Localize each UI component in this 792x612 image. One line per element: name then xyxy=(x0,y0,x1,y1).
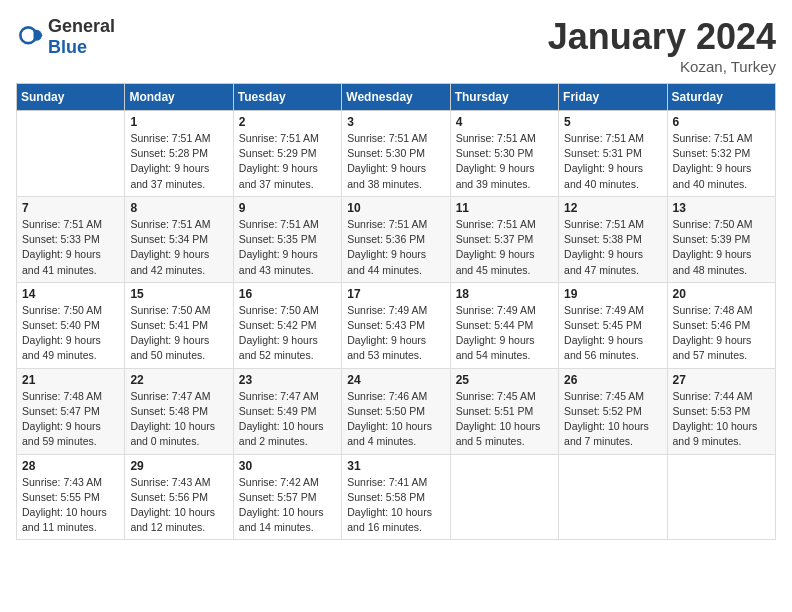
day-number: 20 xyxy=(673,287,770,301)
weekday-header-friday: Friday xyxy=(559,84,667,111)
calendar-cell: 22Sunrise: 7:47 AMSunset: 5:48 PMDayligh… xyxy=(125,368,233,454)
calendar-cell: 27Sunrise: 7:44 AMSunset: 5:53 PMDayligh… xyxy=(667,368,775,454)
calendar-cell: 12Sunrise: 7:51 AMSunset: 5:38 PMDayligh… xyxy=(559,196,667,282)
day-info: Sunrise: 7:45 AMSunset: 5:51 PMDaylight:… xyxy=(456,389,553,450)
calendar-cell: 11Sunrise: 7:51 AMSunset: 5:37 PMDayligh… xyxy=(450,196,558,282)
day-number: 4 xyxy=(456,115,553,129)
calendar-cell xyxy=(667,454,775,540)
calendar-cell: 15Sunrise: 7:50 AMSunset: 5:41 PMDayligh… xyxy=(125,282,233,368)
day-number: 17 xyxy=(347,287,444,301)
calendar-cell xyxy=(450,454,558,540)
day-number: 6 xyxy=(673,115,770,129)
day-info: Sunrise: 7:51 AMSunset: 5:30 PMDaylight:… xyxy=(456,131,553,192)
day-info: Sunrise: 7:49 AMSunset: 5:43 PMDaylight:… xyxy=(347,303,444,364)
logo-icon xyxy=(16,23,44,51)
logo: General Blue xyxy=(16,16,115,58)
day-info: Sunrise: 7:51 AMSunset: 5:33 PMDaylight:… xyxy=(22,217,119,278)
day-info: Sunrise: 7:48 AMSunset: 5:47 PMDaylight:… xyxy=(22,389,119,450)
day-number: 10 xyxy=(347,201,444,215)
day-info: Sunrise: 7:50 AMSunset: 5:40 PMDaylight:… xyxy=(22,303,119,364)
calendar-table: SundayMondayTuesdayWednesdayThursdayFrid… xyxy=(16,83,776,540)
month-title: January 2024 xyxy=(548,16,776,58)
location: Kozan, Turkey xyxy=(548,58,776,75)
weekday-header-tuesday: Tuesday xyxy=(233,84,341,111)
weekday-header-row: SundayMondayTuesdayWednesdayThursdayFrid… xyxy=(17,84,776,111)
day-info: Sunrise: 7:46 AMSunset: 5:50 PMDaylight:… xyxy=(347,389,444,450)
day-number: 28 xyxy=(22,459,119,473)
day-info: Sunrise: 7:50 AMSunset: 5:42 PMDaylight:… xyxy=(239,303,336,364)
calendar-cell: 13Sunrise: 7:50 AMSunset: 5:39 PMDayligh… xyxy=(667,196,775,282)
day-number: 15 xyxy=(130,287,227,301)
day-number: 14 xyxy=(22,287,119,301)
day-info: Sunrise: 7:51 AMSunset: 5:38 PMDaylight:… xyxy=(564,217,661,278)
weekday-header-monday: Monday xyxy=(125,84,233,111)
day-info: Sunrise: 7:49 AMSunset: 5:44 PMDaylight:… xyxy=(456,303,553,364)
day-info: Sunrise: 7:51 AMSunset: 5:29 PMDaylight:… xyxy=(239,131,336,192)
day-info: Sunrise: 7:49 AMSunset: 5:45 PMDaylight:… xyxy=(564,303,661,364)
day-info: Sunrise: 7:50 AMSunset: 5:41 PMDaylight:… xyxy=(130,303,227,364)
day-number: 5 xyxy=(564,115,661,129)
day-info: Sunrise: 7:41 AMSunset: 5:58 PMDaylight:… xyxy=(347,475,444,536)
day-info: Sunrise: 7:42 AMSunset: 5:57 PMDaylight:… xyxy=(239,475,336,536)
day-number: 23 xyxy=(239,373,336,387)
day-number: 27 xyxy=(673,373,770,387)
logo-text: General Blue xyxy=(48,16,115,58)
day-number: 3 xyxy=(347,115,444,129)
calendar-cell xyxy=(559,454,667,540)
day-info: Sunrise: 7:43 AMSunset: 5:55 PMDaylight:… xyxy=(22,475,119,536)
day-number: 9 xyxy=(239,201,336,215)
day-info: Sunrise: 7:47 AMSunset: 5:49 PMDaylight:… xyxy=(239,389,336,450)
day-number: 30 xyxy=(239,459,336,473)
calendar-cell xyxy=(17,111,125,197)
week-row-1: 7Sunrise: 7:51 AMSunset: 5:33 PMDaylight… xyxy=(17,196,776,282)
calendar-cell: 9Sunrise: 7:51 AMSunset: 5:35 PMDaylight… xyxy=(233,196,341,282)
calendar-cell: 24Sunrise: 7:46 AMSunset: 5:50 PMDayligh… xyxy=(342,368,450,454)
day-number: 31 xyxy=(347,459,444,473)
week-row-3: 21Sunrise: 7:48 AMSunset: 5:47 PMDayligh… xyxy=(17,368,776,454)
logo-blue: Blue xyxy=(48,37,87,57)
day-info: Sunrise: 7:51 AMSunset: 5:34 PMDaylight:… xyxy=(130,217,227,278)
page-header: General Blue January 2024 Kozan, Turkey xyxy=(16,16,776,75)
day-number: 16 xyxy=(239,287,336,301)
calendar-cell: 18Sunrise: 7:49 AMSunset: 5:44 PMDayligh… xyxy=(450,282,558,368)
calendar-cell: 21Sunrise: 7:48 AMSunset: 5:47 PMDayligh… xyxy=(17,368,125,454)
calendar-cell: 29Sunrise: 7:43 AMSunset: 5:56 PMDayligh… xyxy=(125,454,233,540)
calendar-cell: 14Sunrise: 7:50 AMSunset: 5:40 PMDayligh… xyxy=(17,282,125,368)
calendar-cell: 4Sunrise: 7:51 AMSunset: 5:30 PMDaylight… xyxy=(450,111,558,197)
calendar-cell: 7Sunrise: 7:51 AMSunset: 5:33 PMDaylight… xyxy=(17,196,125,282)
day-info: Sunrise: 7:51 AMSunset: 5:36 PMDaylight:… xyxy=(347,217,444,278)
day-info: Sunrise: 7:51 AMSunset: 5:31 PMDaylight:… xyxy=(564,131,661,192)
day-info: Sunrise: 7:43 AMSunset: 5:56 PMDaylight:… xyxy=(130,475,227,536)
day-info: Sunrise: 7:51 AMSunset: 5:30 PMDaylight:… xyxy=(347,131,444,192)
calendar-cell: 26Sunrise: 7:45 AMSunset: 5:52 PMDayligh… xyxy=(559,368,667,454)
calendar-cell: 3Sunrise: 7:51 AMSunset: 5:30 PMDaylight… xyxy=(342,111,450,197)
day-number: 29 xyxy=(130,459,227,473)
logo-general: General xyxy=(48,16,115,36)
calendar-cell: 20Sunrise: 7:48 AMSunset: 5:46 PMDayligh… xyxy=(667,282,775,368)
day-number: 13 xyxy=(673,201,770,215)
calendar-cell: 25Sunrise: 7:45 AMSunset: 5:51 PMDayligh… xyxy=(450,368,558,454)
calendar-cell: 17Sunrise: 7:49 AMSunset: 5:43 PMDayligh… xyxy=(342,282,450,368)
day-number: 24 xyxy=(347,373,444,387)
day-info: Sunrise: 7:51 AMSunset: 5:37 PMDaylight:… xyxy=(456,217,553,278)
day-number: 21 xyxy=(22,373,119,387)
day-number: 8 xyxy=(130,201,227,215)
title-block: January 2024 Kozan, Turkey xyxy=(548,16,776,75)
day-number: 18 xyxy=(456,287,553,301)
day-info: Sunrise: 7:50 AMSunset: 5:39 PMDaylight:… xyxy=(673,217,770,278)
weekday-header-wednesday: Wednesday xyxy=(342,84,450,111)
day-info: Sunrise: 7:51 AMSunset: 5:35 PMDaylight:… xyxy=(239,217,336,278)
day-number: 2 xyxy=(239,115,336,129)
calendar-cell: 2Sunrise: 7:51 AMSunset: 5:29 PMDaylight… xyxy=(233,111,341,197)
calendar-cell: 16Sunrise: 7:50 AMSunset: 5:42 PMDayligh… xyxy=(233,282,341,368)
day-number: 22 xyxy=(130,373,227,387)
calendar-cell: 8Sunrise: 7:51 AMSunset: 5:34 PMDaylight… xyxy=(125,196,233,282)
calendar-cell: 28Sunrise: 7:43 AMSunset: 5:55 PMDayligh… xyxy=(17,454,125,540)
day-number: 1 xyxy=(130,115,227,129)
calendar-cell: 6Sunrise: 7:51 AMSunset: 5:32 PMDaylight… xyxy=(667,111,775,197)
day-info: Sunrise: 7:44 AMSunset: 5:53 PMDaylight:… xyxy=(673,389,770,450)
calendar-cell: 1Sunrise: 7:51 AMSunset: 5:28 PMDaylight… xyxy=(125,111,233,197)
day-info: Sunrise: 7:47 AMSunset: 5:48 PMDaylight:… xyxy=(130,389,227,450)
day-number: 11 xyxy=(456,201,553,215)
calendar-cell: 30Sunrise: 7:42 AMSunset: 5:57 PMDayligh… xyxy=(233,454,341,540)
